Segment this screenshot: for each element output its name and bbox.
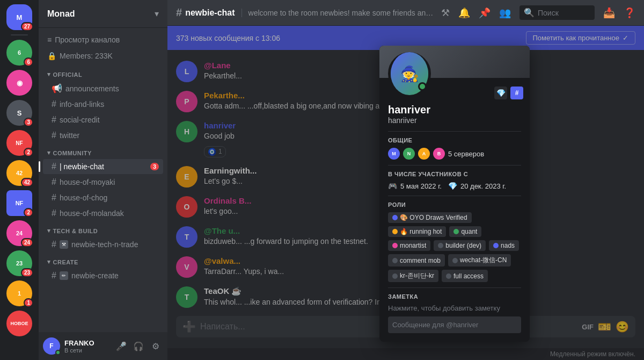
popup-username: hanriver	[388, 104, 521, 116]
category-official[interactable]: ▾ OFFICIAL	[39, 69, 167, 80]
role-label: builder (dev)	[445, 242, 481, 249]
role-label: 🎨 OYO Draws Verified	[400, 214, 467, 221]
server-icon-small: 💎	[448, 182, 457, 190]
popup-online-dot	[418, 82, 427, 91]
channel-name-molandak: house-of-molandak	[60, 209, 124, 218]
chevron-icon-official: ▾	[47, 71, 51, 78]
pin-icon[interactable]: 📌	[479, 7, 491, 19]
settings-button[interactable]: ⚙	[148, 339, 163, 354]
chevron-icon-create: ▾	[47, 258, 51, 265]
server-icon-1: M	[388, 148, 400, 160]
footer-username: FRANKO	[64, 339, 109, 347]
popup-header-bg: 🧙 💎 #	[379, 46, 530, 78]
category-official-label: OFFICIAL	[53, 71, 83, 78]
si6-label: 42	[16, 170, 23, 176]
popup-message-input[interactable]: Сообщение для @hanriver	[388, 316, 521, 333]
hammer-icon[interactable]: ⚒	[441, 7, 450, 19]
channel-item-house-molandak[interactable]: # house-of-molandak	[43, 206, 163, 221]
search-input[interactable]	[538, 9, 590, 17]
server-icon-2[interactable]: 6 6	[6, 40, 32, 66]
role-label: monartist	[400, 242, 426, 249]
role-dot	[392, 258, 398, 263]
sidebar-header[interactable]: Monad ▾	[39, 0, 167, 28]
server-divider	[11, 34, 28, 35]
server-icon-11[interactable]: НОВОЕ	[6, 311, 32, 336]
server-icon-2: N	[403, 148, 415, 160]
server-sidebar: M 27 6 6 ◉ S 3 NF 2 42 42 NF 2 24 24 23 …	[0, 0, 39, 360]
channel-name-twitter: twitter	[60, 131, 79, 140]
channel-item-newbie-create[interactable]: # ✏ newbie-create	[43, 268, 163, 283]
category-tech-label: TECH & BUILD	[53, 228, 98, 234]
notification-icon[interactable]: 🔔	[458, 7, 470, 19]
channel-item-social-credit[interactable]: # social-credit	[43, 112, 163, 127]
hash-icon-header: #	[176, 6, 182, 19]
channel-item-newbie-chat[interactable]: # | newbie-chat 3	[43, 159, 163, 174]
server-icon-4[interactable]: S 3	[6, 100, 32, 126]
role-dot	[392, 215, 398, 220]
server-icon-7[interactable]: NF 2	[6, 190, 32, 216]
newbie-chat-badge: 3	[150, 163, 159, 170]
hash-icon-tech: #	[52, 240, 56, 249]
channel-item-announcements[interactable]: 📢 announcements	[43, 81, 163, 96]
channel-sidebar: Monad ▾ ≡ Просмотр каналов 🔒 Members: 23…	[39, 0, 167, 360]
channel-name-newbie: | newbie-chat	[60, 162, 104, 171]
browse-channels-item[interactable]: ≡ Просмотр каналов	[39, 32, 167, 47]
tech-icon: ⚒	[60, 240, 68, 249]
server-icon-3[interactable]: ◉	[6, 70, 32, 96]
role-dot	[438, 243, 443, 248]
browse-icon: ≡	[47, 35, 52, 44]
mic-button[interactable]: 🎤	[114, 339, 129, 354]
role-label: quant	[461, 228, 477, 235]
channel-item-twitter[interactable]: # twitter	[43, 128, 163, 143]
si9-label: 23	[16, 260, 23, 267]
server-date: 20 дек. 2023 г.	[460, 182, 506, 190]
channel-item-house-chog[interactable]: # house-of-chog	[43, 190, 163, 205]
channel-description: welcome to the room newbies! make some f…	[241, 9, 435, 17]
server-icon-8[interactable]: 24 24	[6, 220, 32, 246]
search-icon: 🔍	[524, 8, 535, 18]
search-bar[interactable]: 🔍	[519, 5, 595, 20]
chevron-icon-community: ▾	[47, 149, 51, 156]
footer-user-info: FRANKO В сети	[64, 339, 109, 354]
server-icon-9[interactable]: 23 23	[6, 250, 32, 276]
server-icon-6[interactable]: 42 42	[6, 160, 32, 186]
hash-icon-info: #	[52, 99, 56, 109]
popup-divider-4	[388, 287, 521, 288]
role-dot	[392, 273, 398, 279]
chevron-icon-tech: ▾	[47, 227, 51, 234]
members-icon[interactable]: 👥	[499, 7, 511, 19]
role-label: wechat-微信-CN	[460, 256, 507, 265]
role-dot	[493, 243, 499, 248]
role-dot	[453, 229, 459, 234]
category-tech[interactable]: ▾ TECH & BUILD	[39, 225, 167, 236]
si11-label: НОВОЕ	[11, 321, 28, 326]
discord-date: 5 мая 2022 г.	[400, 182, 442, 190]
sidebar-channels: ≡ Просмотр каналов 🔒 Members: 233K ▾ OFF…	[39, 28, 167, 332]
help-icon[interactable]: ❓	[624, 7, 635, 19]
inbox-icon[interactable]: 📥	[603, 7, 615, 19]
server-icon-10[interactable]: 1 1	[6, 280, 32, 306]
popup-member-since: 🎮 5 мая 2022 г. 💎 20 дек. 2023 г.	[388, 182, 521, 190]
category-community[interactable]: ▾ COMMUNITY	[39, 147, 167, 159]
header-icons: ⚒ 🔔 📌 👥 🔍 📥 ❓	[441, 5, 635, 20]
deafen-button[interactable]: 🎧	[131, 339, 146, 354]
server-icon-monad[interactable]: M 27	[6, 4, 32, 30]
profile-popup: 🧙 💎 # hanriver hanriiver ОБЩИЕ M N A B 5…	[379, 46, 530, 342]
channel-item-newbie-tech[interactable]: # ⚒ newbie-tech-n-trade	[43, 237, 163, 252]
role-monartist: monartist	[388, 240, 430, 251]
role-quant: quant	[449, 226, 481, 237]
role-dot	[392, 229, 398, 234]
popup-note[interactable]: Нажмите, чтобы добавить заметку	[388, 304, 521, 312]
server-icon-5[interactable]: NF 2	[6, 130, 32, 156]
server-icon-label: M	[17, 13, 23, 21]
channel-item-info[interactable]: # info-and-links	[43, 97, 163, 112]
si8-badge: 24	[21, 238, 33, 247]
role-running-hot: 🔥 running hot	[388, 226, 446, 237]
server-join-date: 💎 20 дек. 2023 г.	[448, 182, 506, 190]
si8-label: 24	[16, 230, 23, 236]
active-indicator	[39, 161, 40, 172]
category-create[interactable]: ▾ CREATE	[39, 256, 167, 268]
channel-name-announcements: announcements	[65, 84, 119, 93]
channel-item-house-moyaki[interactable]: # house-of-moyaki	[43, 175, 163, 190]
role-label: 🔥 running hot	[400, 228, 442, 235]
